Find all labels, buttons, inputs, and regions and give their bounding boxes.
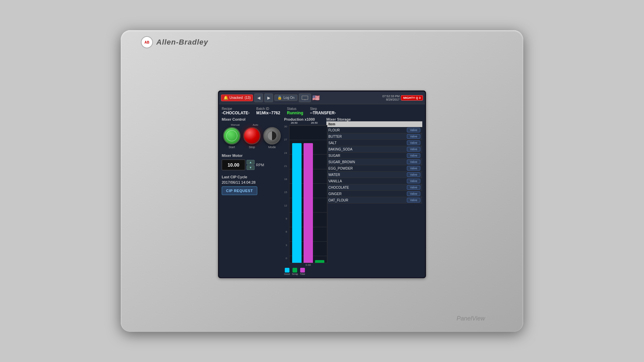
legend-scrap: Scrap (292, 268, 298, 275)
mixer-buttons: Start Stop Mode (222, 127, 282, 149)
cip-request-button[interactable]: CIP REQUEST (222, 186, 257, 195)
manual-label: Manual (231, 123, 239, 126)
valve-button[interactable]: Valve (407, 198, 420, 202)
valve-button[interactable]: Valve (407, 153, 420, 158)
rpm-control: ▲ ▼ RPM (222, 160, 282, 170)
valve-button[interactable]: Valve (407, 140, 420, 145)
nav-back-button[interactable]: ◀ (254, 94, 263, 102)
step-value: --TRANSFER- (310, 111, 336, 115)
date-display: 8/29/2017 (386, 98, 399, 101)
recipe-value: -CHOCOLATE- (222, 111, 250, 115)
rpm-input[interactable] (222, 160, 245, 170)
screen-button[interactable] (299, 94, 311, 102)
valve-button[interactable]: Valve (407, 160, 420, 164)
toolbar: 🔔 Unacked (13) ◀ ▶ 🔒 Log On (219, 92, 425, 104)
table-row: SUGARValve (326, 153, 422, 159)
good-bar (292, 143, 302, 263)
scrap-label: Scrap (292, 273, 298, 275)
nav-forward-button[interactable]: ▶ (264, 94, 273, 102)
valve-button[interactable]: Valve (407, 179, 420, 183)
status-group: Status Running (287, 107, 303, 115)
storage-item-name: SALT (326, 140, 388, 146)
ab-logo: AB (141, 36, 153, 48)
y-axis: 30 27 24 21 18 15 12 9 6 3 0 (284, 125, 288, 266)
step-label: Step (310, 107, 336, 111)
step-group: Step --TRANSFER- (310, 107, 336, 115)
motor-title: Mixer Motor (222, 154, 243, 158)
total-legend-box (300, 268, 305, 273)
storage-item-name: BUTTER (326, 133, 388, 140)
lock-icon: 🔒 (277, 96, 282, 100)
batch-value: M1Mix--7762 (256, 111, 280, 115)
mode-button[interactable] (263, 127, 281, 144)
alarm-icon: 🔔 (223, 96, 228, 100)
item-col-header: Item (326, 121, 388, 127)
screen: 🔔 Unacked (13) ◀ ▶ 🔒 Log On (219, 92, 425, 277)
panelview-label: PanelView 5310 (457, 314, 503, 322)
valve-button[interactable]: Valve (407, 166, 420, 171)
info-row: Recipe -CHOCOLATE- Batch ID M1Mix--7762 … (222, 106, 422, 116)
main-content: Recipe -CHOCOLATE- Batch ID M1Mix--7762 … (219, 104, 425, 277)
table-row: SALTValve (326, 140, 422, 146)
storage-item-name: OAT_FLOUR (326, 197, 388, 203)
chart-value-labels: 26.50 26.50 (284, 121, 324, 124)
cip-datetime: 2017/06/11 14:04:28 (222, 180, 282, 184)
valve-button[interactable]: Valve (407, 191, 420, 196)
table-row: VANILLAValve (326, 178, 422, 184)
valve-button[interactable]: Valve (407, 185, 420, 190)
table-row: WATERValve (326, 172, 422, 178)
auto-label: Auto (253, 123, 258, 126)
alarm-unacked-label: Unacked (229, 96, 243, 100)
alarm-button[interactable]: 🔔 Unacked (13) (221, 95, 253, 101)
valve-button[interactable]: Valve (407, 172, 420, 177)
alarm-count: (13) (245, 96, 251, 100)
table-row: GINGERValve (326, 191, 422, 197)
screen-bezel: 🔔 Unacked (13) ◀ ▶ 🔒 Log On (218, 90, 426, 278)
panelview-number: 5310 (487, 314, 503, 322)
total-label: Total (300, 273, 305, 275)
cip-title: Last CIP Cycle (222, 175, 247, 179)
batch-label: Batch ID (256, 107, 280, 111)
valve-col-header (388, 121, 423, 127)
toolbar-right: 07:52:33 PM 8/29/2017 (382, 95, 399, 101)
rpm-up-button[interactable]: ▲ (247, 160, 255, 165)
good-label: Good (284, 273, 290, 275)
valve-button[interactable]: Valve (407, 128, 420, 132)
start-label: Start (228, 145, 235, 149)
storage-item-name: GINGER (326, 191, 388, 197)
svg-rect-0 (302, 96, 308, 100)
rpm-down-button[interactable]: ▼ (247, 165, 255, 170)
flag-button[interactable]: 🇺🇸 (312, 94, 320, 102)
table-row: FLOURValve (326, 127, 422, 133)
device-panel: AB Allen-Bradley 🔔 Unacked (13) ◀ ▶ 🔒 Lo… (121, 30, 523, 332)
status-label: Status (287, 107, 303, 111)
storage-item-name: SUGAR_BROWN (326, 159, 388, 165)
legend-total: Total (300, 268, 305, 275)
mighty-logo: MIGHTY Q 3 (401, 95, 423, 101)
stop-button[interactable] (243, 127, 261, 144)
scrap-bar (304, 143, 313, 263)
table-row: BAKING_SODAValve (326, 146, 422, 153)
rpm-unit: RPM (256, 163, 264, 167)
start-button[interactable] (223, 127, 240, 144)
logon-label: Log On (283, 96, 294, 100)
mixer-control-column: Mixer Control Manual Auto Start (222, 117, 282, 275)
bar1-value-label: 26.50 (291, 121, 298, 124)
rpm-arrows: ▲ ▼ (247, 160, 255, 170)
storage-title: Mixer Storage (326, 117, 422, 121)
monitor-icon (302, 96, 308, 100)
zero-value-label: 0.00 (289, 263, 327, 266)
brand-name: Allen-Bradley (156, 38, 208, 47)
table-row: CHOCOLATEValve (326, 184, 422, 191)
logon-button[interactable]: 🔒 Log On (274, 95, 298, 101)
valve-button[interactable]: Valve (407, 134, 420, 139)
legend-good: Good (284, 268, 290, 275)
production-title: Production x1000 (284, 117, 324, 121)
production-column: Production x1000 26.50 26.50 30 27 24 (284, 117, 324, 275)
storage-item-name: CHOCOLATE (326, 184, 388, 191)
storage-table: Item FLOURValveBUTTERValveSALTValveBAKIN… (326, 121, 422, 203)
good-legend-box (285, 268, 289, 273)
valve-button[interactable]: Valve (407, 147, 420, 152)
chart-legend: Good Scrap Total (284, 268, 324, 275)
storage-item-name: WATER (326, 172, 388, 178)
